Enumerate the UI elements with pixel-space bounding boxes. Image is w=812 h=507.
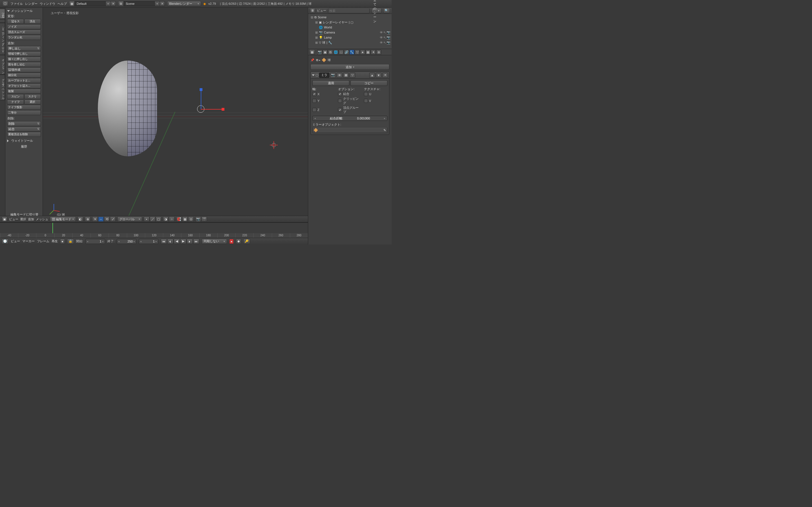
end-frame-field[interactable]: 250 (117, 239, 137, 244)
mod-move-up[interactable]: ▲ (369, 73, 375, 78)
start-frame-field[interactable]: 1 (86, 239, 105, 244)
snap-target-icon[interactable]: ⊙ (188, 217, 194, 222)
outliner-camera[interactable]: ⊞📷 Camera👁↖📷 (309, 30, 391, 35)
tab-options[interactable]: オプション (0, 55, 5, 75)
proportional-edit-icon[interactable]: ○ (169, 217, 174, 222)
mesh-object-sphere[interactable] (146, 61, 205, 156)
sel-mode-vertex[interactable]: ▪ (144, 217, 149, 222)
tl-menu-marker[interactable]: マーカー (22, 239, 35, 243)
record-icon[interactable]: ● (229, 239, 234, 244)
outliner-search-icon[interactable]: 🔍 (383, 8, 390, 13)
btn-addpair-2[interactable]: ナイフ (7, 100, 24, 105)
history-panel-header[interactable]: 履歴 (7, 145, 41, 149)
scene-browse-icon[interactable]: ⧉ (118, 1, 124, 6)
modifier-copy-button[interactable]: コピー (350, 80, 388, 86)
outliner-editor-icon[interactable]: ≣ (310, 8, 315, 13)
btn-addtail-0[interactable]: ナイフ投影 (7, 105, 41, 110)
jump-start-icon[interactable]: ⏮ (161, 239, 167, 244)
mirror-vgroup[interactable]: 頂点グループ (338, 106, 361, 114)
keyframe-prev-icon[interactable]: ⏴ (167, 239, 173, 244)
outliner-renderlayers[interactable]: ⊞▣ レンダーレイヤー | ▢ (309, 20, 391, 25)
manipulator-toggle[interactable]: ⤧ (92, 217, 98, 222)
btn-add-7[interactable]: 複製 (7, 89, 41, 94)
btn-add-1[interactable]: 個々に押し出し (7, 57, 41, 62)
tab-renderlayer[interactable]: ▣ (322, 50, 327, 55)
pin-icon[interactable]: 📌 (310, 58, 314, 62)
keying-dropdown-icon[interactable]: 🔑 (243, 239, 250, 244)
mirror-axis-z[interactable]: Z (312, 106, 336, 114)
tab-tools[interactable]: ツール (0, 9, 5, 19)
tab-material[interactable]: ● (360, 50, 365, 55)
mod-realtime-toggle[interactable]: 👁 (337, 73, 342, 78)
modifier-name-field[interactable]: ミラ (319, 73, 329, 78)
scene-name[interactable]: Scene (124, 1, 155, 6)
mod-delete[interactable]: ✕ (382, 73, 388, 78)
tab-modifiers[interactable]: 🔧 (349, 50, 354, 55)
vis-icon[interactable]: 👁 (380, 31, 383, 34)
mirror-clip[interactable]: クリッピング (338, 97, 361, 105)
screen-layout-selector[interactable]: ▦ Default + ✕ (69, 1, 116, 6)
scene-add[interactable]: + (155, 1, 160, 6)
merge-dropdown[interactable]: 結合 (7, 126, 41, 131)
scene-selector[interactable]: ⧉ Scene + ✕ (118, 1, 165, 6)
layout-remove[interactable]: ✕ (111, 1, 116, 6)
play-reverse-icon[interactable]: ◀ (174, 239, 180, 244)
menu-window[interactable]: ウィンドウ (40, 2, 55, 6)
mod-editmode-toggle[interactable]: ▦ (343, 73, 349, 78)
outliner-filter-dropdown[interactable]: 全てのシーン (371, 8, 382, 13)
tab-shading-uv[interactable]: シェーディング/UV (0, 23, 5, 55)
tl-menu-playback[interactable]: 再生 (52, 239, 58, 243)
tab-scene[interactable]: ⧉ (328, 50, 333, 55)
keyframe-next-icon[interactable]: ⏵ (187, 239, 193, 244)
btn-add-4[interactable]: 細分化 (7, 73, 41, 78)
mirror-tex-u[interactable]: U (364, 92, 388, 96)
tab-world[interactable]: 🌐 (333, 50, 338, 55)
snap-toggle[interactable]: 🧲 (176, 217, 182, 222)
mod-move-down[interactable]: ▼ (376, 73, 382, 78)
sel-mode-edge[interactable]: ／ (150, 217, 155, 222)
tab-render[interactable]: 📷 (317, 50, 322, 55)
view3d-menu-mesh[interactable]: メッシュ (36, 217, 48, 221)
btn-add-5[interactable]: ループカットと... (7, 78, 41, 83)
tab-particles[interactable]: ✦ (371, 50, 376, 55)
outliner-world[interactable]: 🌐 World (309, 25, 391, 30)
btn-randomize[interactable]: ランダム化 (7, 35, 41, 40)
pivot-dropdown[interactable]: ⊕ (85, 217, 91, 222)
btn-addpair-0[interactable]: スピン (7, 94, 24, 99)
play-icon[interactable]: ▶ (180, 239, 186, 244)
limit-selection-icon[interactable]: ◑ (163, 217, 168, 222)
auto-keyframe-icon[interactable]: ● (60, 239, 65, 244)
btn-addpair-3[interactable]: 選択 (24, 100, 41, 105)
layout-name[interactable]: Default (75, 1, 106, 6)
tl-menu-view[interactable]: ビュー (11, 239, 20, 243)
scene-remove[interactable]: ✕ (160, 1, 165, 6)
outliner-sphere[interactable]: ⊞▽ 球 | 🔧👁↖📷 (309, 40, 391, 45)
outliner-search[interactable] (328, 8, 370, 13)
render-icon[interactable]: 📷 (387, 31, 391, 34)
modifier-apply-button[interactable]: 適用 (312, 80, 349, 86)
btn-vertex-slide[interactable]: 頂点 (24, 19, 41, 24)
mirror-axis-x[interactable]: X (312, 92, 336, 96)
btn-add-6[interactable]: オフセット辺ス... (7, 83, 41, 89)
mirror-merge[interactable]: 結合 (338, 92, 361, 96)
keying-set-icon[interactable]: ◆ (236, 239, 241, 244)
tab-create[interactable]: 作成 (0, 19, 5, 23)
info-editor-icon[interactable]: ⓘ (2, 1, 8, 6)
3d-viewport[interactable]: ユーザー・透視投影 (1) 球 (43, 8, 308, 222)
delete-dropdown[interactable]: 削除 (7, 121, 41, 126)
properties-editor-icon[interactable]: ▦ (309, 50, 315, 55)
sel-icon[interactable]: ↖ (384, 31, 386, 34)
render-engine-dropdown[interactable]: Blenderレンダー (167, 1, 201, 6)
3dview-editor-icon[interactable]: ▣ (2, 217, 7, 222)
outliner-lamp[interactable]: ⊞💡 Lamp👁↖📷 (309, 35, 391, 40)
sync-dropdown[interactable]: 同期しない (202, 239, 227, 244)
timeline-editor-icon[interactable]: 🕒 (2, 239, 8, 244)
mesh-tools-panel-header[interactable]: メッシュツール (7, 9, 41, 13)
opengl-render-icon[interactable]: 📷 (195, 217, 201, 222)
btn-remove-doubles[interactable]: 重複頂点を削除 (7, 132, 41, 137)
orientation-dropdown[interactable]: グローバル (117, 217, 142, 222)
manipulator-rotate[interactable]: ⟲ (104, 217, 110, 222)
extrude-dropdown[interactable]: 押し出し (7, 46, 41, 51)
snap-element-icon[interactable]: ▦ (182, 217, 188, 222)
btn-add-2[interactable]: 面を差し込む (7, 62, 41, 67)
